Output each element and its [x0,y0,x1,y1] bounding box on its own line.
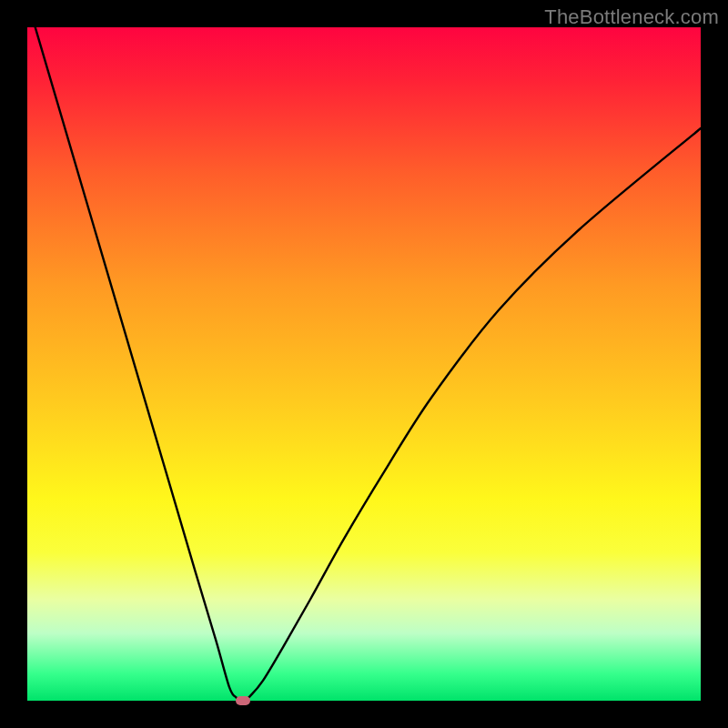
plot-area [27,27,701,701]
chart-frame: TheBottleneck.com [0,0,728,728]
watermark-text: TheBottleneck.com [544,5,719,29]
optimum-marker [236,696,250,705]
bottleneck-curve [27,27,701,701]
